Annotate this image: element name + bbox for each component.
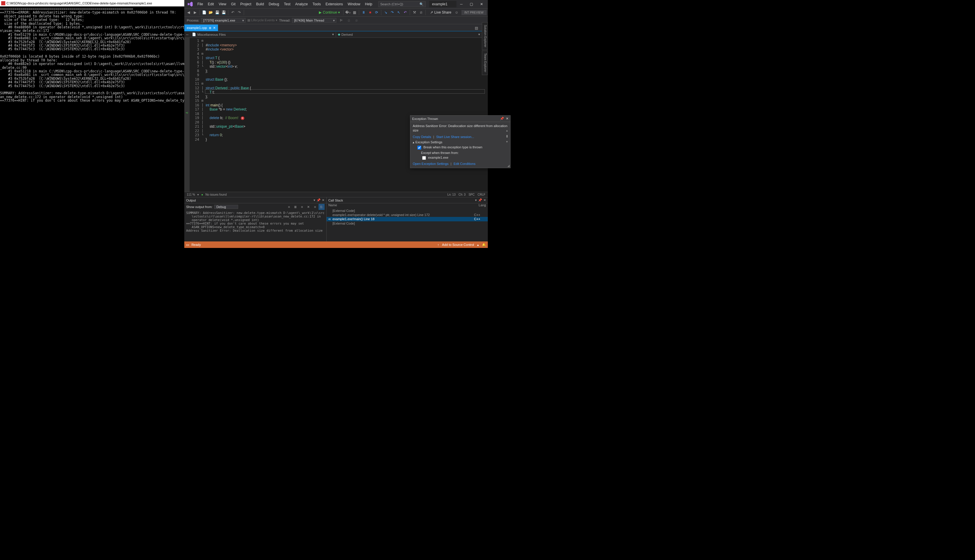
code-editor[interactable]: ➪ 1 2 3 4 5 6 7 8 9 10 11 12 13 14 15 16… [184, 38, 487, 192]
menu-extensions[interactable]: Extensions [323, 2, 345, 6]
resize-grip-icon[interactable]: ◢ [507, 164, 510, 167]
callstack-row[interactable]: [External Code] [326, 221, 488, 225]
exception-marker-icon[interactable]: ✕ [241, 117, 244, 120]
nav-fwd-icon[interactable]: ▶ [192, 10, 198, 15]
close-button[interactable]: ✕ [477, 1, 487, 7]
team-explorer-tab[interactable]: Team Explorer [482, 50, 488, 75]
flag-icon[interactable]: 🏳 [338, 17, 344, 23]
callstack-row[interactable]: example1.exe!operator delete(void * ptr,… [326, 213, 488, 217]
tab-example1[interactable]: example1.cpp ⊕ ✕ [184, 25, 218, 31]
menu-test[interactable]: Test [282, 2, 293, 6]
live-share-button[interactable]: ↗ Live Share [428, 10, 453, 15]
open-icon[interactable]: 📂 [207, 10, 214, 15]
fold-gutter[interactable]: ⊟ │ ⊟ │ │ └ ⊟ │ └ ⊟ │ │ │ │ │ │ │ └ [201, 38, 205, 192]
menu-tools[interactable]: Tools [310, 2, 323, 6]
continue-button[interactable]: ▶ Continue ▾ [317, 10, 342, 15]
menu-git[interactable]: Git [229, 2, 238, 6]
chevron-down-icon[interactable]: ▾ [197, 193, 199, 196]
toolbox-icon[interactable]: ⚒ [411, 10, 417, 15]
pin-icon[interactable]: 📌 [500, 117, 504, 120]
undo-icon[interactable]: ↶ [230, 10, 236, 15]
break-checkbox[interactable] [417, 146, 421, 150]
issues-text[interactable]: No issues found [206, 193, 227, 196]
edit-conditions-link[interactable]: Edit Conditions [453, 162, 475, 165]
class-combo[interactable]: ◆ Derived ▾ [336, 33, 482, 37]
code-text[interactable]: #include <memory> #include <vector> stru… [205, 38, 487, 192]
scroll-thumb[interactable]: ▮ [506, 134, 508, 138]
stack-frame-icon[interactable]: ⎙ [346, 17, 352, 23]
menu-file[interactable]: File [195, 2, 205, 6]
tb-x-icon[interactable]: ⎚ [418, 10, 424, 15]
exception-settings-header[interactable]: ▴ Exception Settings [413, 140, 508, 144]
chevron-up-icon[interactable]: ▴ [477, 243, 479, 247]
notifications-icon[interactable]: 🔔 [482, 243, 486, 247]
menu-window[interactable]: Window [345, 2, 363, 6]
col-lang[interactable]: Lang [478, 203, 486, 208]
menu-edit[interactable]: Edit [205, 2, 216, 6]
output-btn-5[interactable]: ≡ [312, 204, 318, 210]
copy-details-link[interactable]: Copy Details [413, 135, 431, 138]
callstack-row[interactable]: [External Code] [326, 208, 488, 213]
output-btn-1[interactable]: ≡ [286, 204, 292, 210]
solution-explorer-tab[interactable]: Solution Explorer [482, 22, 488, 50]
menu-analyze[interactable]: Analyze [293, 2, 310, 6]
minimize-button[interactable]: ─ [457, 1, 467, 7]
scroll-down-icon[interactable]: ▾ [506, 140, 508, 144]
menu-build[interactable]: Build [254, 2, 266, 6]
process-combo[interactable]: [77376] example1.exe [201, 18, 246, 23]
pin-icon[interactable]: 📌 [478, 198, 482, 202]
output-btn-4[interactable]: ✕ [306, 204, 311, 210]
pin-icon[interactable]: ⊕ [209, 26, 211, 30]
chevron-down-icon[interactable]: ▾ [475, 198, 477, 202]
redo-icon[interactable]: ↷ [236, 10, 242, 15]
step-into-icon[interactable]: ↘ [383, 10, 389, 15]
step-over-icon[interactable]: ↷ [389, 10, 395, 15]
nav-back-icon[interactable]: ◀ [186, 10, 191, 15]
output-btn-6[interactable]: ⎘ [319, 204, 324, 210]
maximize-button[interactable]: ▢ [467, 1, 477, 7]
project-combo[interactable]: 📄 Miscellaneous Files ▾ [190, 33, 336, 37]
step-out-icon[interactable]: ↖ [396, 10, 402, 15]
tab-close-icon[interactable]: ✕ [213, 26, 216, 30]
start-liveshare-link[interactable]: Start Live Share session... [436, 135, 474, 138]
scroll-up-icon[interactable]: ▴ [506, 128, 508, 133]
breakpoint-gutter[interactable]: ➪ [184, 38, 190, 192]
close-icon[interactable]: ✕ [322, 198, 324, 202]
col-indicator[interactable]: Ch: 3 [458, 193, 466, 196]
step-back-icon[interactable]: ↶ [402, 10, 408, 15]
show-output-combo[interactable]: Debug [214, 205, 238, 209]
stop-icon[interactable]: ■ [367, 10, 373, 15]
col-name[interactable]: Name [328, 203, 478, 208]
chevron-down-icon[interactable]: ▾ [314, 198, 315, 202]
nav-dd-icon[interactable]: ↔ [184, 32, 190, 38]
pin-icon[interactable]: 📌 [316, 198, 321, 202]
crlf-indicator[interactable]: CRLF [477, 193, 485, 196]
spc-indicator[interactable]: SPC [468, 193, 475, 196]
restart-icon[interactable]: ⟳ [374, 10, 380, 15]
save-icon[interactable]: 💾 [214, 10, 220, 15]
menu-debug[interactable]: Debug [266, 2, 281, 6]
new-project-icon[interactable]: 📄 [201, 10, 207, 15]
open-exception-settings-link[interactable]: Open Exception Settings [413, 162, 448, 165]
feedback-icon[interactable]: ☺ [454, 10, 460, 15]
console-output[interactable]: ========================================… [0, 7, 184, 103]
callstack-row[interactable]: ➪example1.exe!main() Line 18C++ [326, 217, 488, 221]
save-all-icon[interactable]: 💾 [221, 10, 227, 15]
hex-icon[interactable]: ⎚ [353, 17, 360, 23]
output-btn-3[interactable]: ≡ [299, 204, 305, 210]
output-btn-2[interactable]: ≣ [293, 204, 298, 210]
close-icon[interactable]: ✕ [483, 198, 486, 202]
output-text[interactable]: SUMMARY: AddressSanitizer: new-delete-ty… [184, 210, 326, 242]
dbg-btn-2[interactable]: ▦ [351, 10, 357, 15]
dbg-btn-1[interactable]: �⟐ [345, 10, 351, 15]
preview-icon[interactable]: ▤ [473, 25, 480, 31]
close-icon[interactable]: ✕ [506, 117, 508, 120]
menu-help[interactable]: Help [363, 2, 375, 6]
console-titlebar[interactable]: C:\MSDN\cpp-docs-pr\docs\c-language\ASAN… [0, 0, 184, 7]
zoom-level[interactable]: 111 % [187, 193, 195, 196]
pause-icon[interactable]: ⏸ [361, 10, 366, 15]
line-indicator[interactable]: Ln: 13 [447, 193, 456, 196]
except-item-checkbox[interactable] [422, 156, 426, 160]
add-source-control[interactable]: Add to Source Control [442, 243, 474, 247]
search-box[interactable]: Search (Ctrl+Q) 🔍 [378, 1, 426, 7]
